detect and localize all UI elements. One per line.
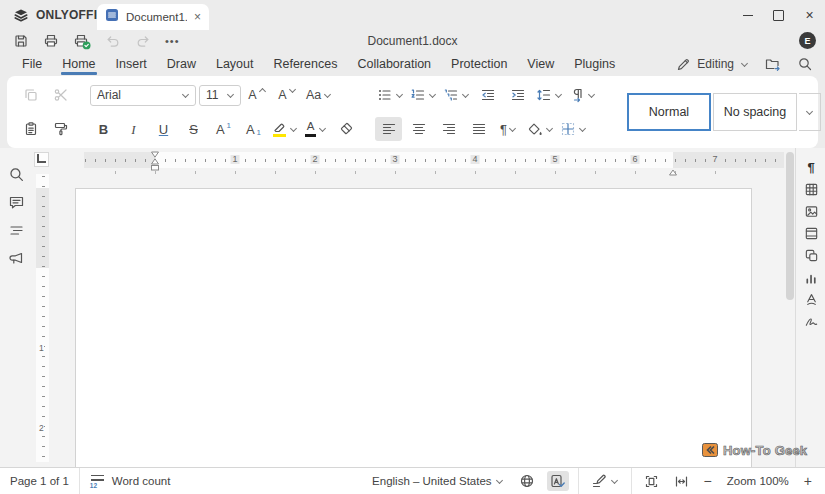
decrease-font-button[interactable]: A: [274, 83, 301, 107]
text-art-settings-button[interactable]: [802, 292, 820, 307]
font-color-button[interactable]: A: [302, 117, 329, 141]
line-spacing-button[interactable]: [534, 83, 564, 107]
copy-button[interactable]: [17, 83, 44, 107]
line-spacing-icon: [536, 87, 552, 103]
paragraph-direction-button[interactable]: [567, 83, 597, 107]
multilevel-list-button[interactable]: [441, 83, 471, 107]
tab-references[interactable]: References: [263, 52, 347, 76]
paste-button[interactable]: [17, 117, 44, 141]
bold-button[interactable]: B: [90, 117, 117, 141]
maximize-button[interactable]: [763, 0, 794, 30]
tab-close-icon[interactable]: ×: [194, 11, 201, 23]
paragraph-settings-button[interactable]: ¶: [802, 160, 820, 175]
increase-font-button[interactable]: A: [244, 83, 271, 107]
zoom-value[interactable]: Zoom 100%: [724, 471, 792, 491]
italic-button[interactable]: I: [120, 117, 147, 141]
track-changes-button[interactable]: [588, 471, 622, 491]
tab-stop-selector[interactable]: [34, 152, 49, 167]
tab-home[interactable]: Home: [52, 52, 105, 76]
font-size-select[interactable]: 11: [199, 85, 241, 106]
search-button[interactable]: [797, 56, 813, 72]
comments-panel-button[interactable]: [6, 192, 26, 212]
undo-button[interactable]: [105, 33, 121, 49]
borders-button[interactable]: [558, 117, 588, 141]
set-document-language-button[interactable]: [516, 471, 538, 491]
open-file-location-button[interactable]: [764, 56, 781, 72]
pilcrow-icon: ¶: [500, 123, 507, 136]
headings-panel-button[interactable]: [6, 220, 26, 240]
scrollbar-thumb[interactable]: [786, 152, 794, 300]
tab-draw[interactable]: Draw: [157, 52, 206, 76]
align-right-button[interactable]: [435, 117, 462, 141]
spell-check-button[interactable]: [547, 471, 569, 491]
print-button[interactable]: [43, 33, 59, 49]
decrease-indent-button[interactable]: [474, 83, 501, 107]
status-bar: Page 1 of 1 12 Word count English – Unit…: [0, 467, 825, 494]
tab-protection[interactable]: Protection: [441, 52, 517, 76]
right-indent-marker[interactable]: [669, 162, 678, 180]
highlight-color-button[interactable]: [270, 117, 299, 141]
chart-settings-button[interactable]: [802, 270, 820, 285]
cut-button[interactable]: [47, 83, 74, 107]
align-left-button[interactable]: [375, 117, 402, 141]
tab-view[interactable]: View: [517, 52, 564, 76]
bullets-button[interactable]: [375, 83, 405, 107]
fit-to-page-button[interactable]: [641, 471, 662, 491]
font-name-select[interactable]: Arial: [90, 85, 196, 106]
signature-settings-button[interactable]: [802, 314, 820, 329]
save-button[interactable]: [13, 33, 29, 49]
header-footer-settings-button[interactable]: [802, 226, 820, 241]
quick-print-button[interactable]: [73, 33, 91, 50]
ruler-subticks: [115, 171, 755, 174]
image-settings-button[interactable]: [802, 204, 820, 219]
language-select[interactable]: English – United States: [369, 471, 507, 491]
align-center-button[interactable]: [405, 117, 432, 141]
shading-button[interactable]: [525, 117, 555, 141]
styles-expand-button[interactable]: [799, 93, 821, 131]
tab-collaboration[interactable]: Collaboration: [347, 52, 441, 76]
find-panel-button[interactable]: [6, 164, 26, 184]
underline-button[interactable]: U: [150, 117, 177, 141]
strikethrough-button[interactable]: S: [180, 117, 207, 141]
page-indicator[interactable]: Page 1 of 1: [0, 468, 79, 494]
vertical-scrollbar[interactable]: [786, 152, 794, 458]
tab-plugins[interactable]: Plugins: [564, 52, 625, 76]
tab-layout[interactable]: Layout: [206, 52, 264, 76]
justify-icon: [471, 121, 487, 137]
avatar[interactable]: E: [799, 32, 816, 49]
minimize-button[interactable]: [732, 0, 763, 30]
increase-indent-icon: [510, 87, 526, 103]
zoom-in-button[interactable]: +: [801, 471, 815, 491]
numbering-button[interactable]: [408, 83, 438, 107]
zoom-out-button[interactable]: −: [701, 471, 715, 491]
shape-settings-button[interactable]: [802, 248, 820, 263]
nonprinting-characters-button[interactable]: ¶: [495, 117, 522, 141]
plus-icon: +: [804, 474, 812, 488]
table-settings-button[interactable]: [802, 182, 820, 197]
redo-button[interactable]: [135, 33, 151, 49]
indent-marker[interactable]: [151, 151, 160, 175]
fit-to-width-button[interactable]: [671, 471, 692, 491]
feedback-button[interactable]: [6, 248, 26, 268]
justify-button[interactable]: [465, 117, 492, 141]
superscript-button[interactable]: A1: [210, 117, 237, 141]
document-tab[interactable]: Document1.d... ×: [97, 4, 209, 30]
customize-toolbar-button[interactable]: •••: [165, 35, 180, 47]
close-button[interactable]: ×: [794, 0, 825, 30]
style-no-spacing[interactable]: No spacing: [713, 93, 797, 131]
subscript-button[interactable]: A1: [240, 117, 267, 141]
tab-file[interactable]: File: [12, 52, 52, 76]
change-case-button[interactable]: Aa: [304, 83, 333, 107]
horizontal-ruler[interactable]: 1 2 3 4 5 6 7: [84, 152, 784, 168]
style-normal[interactable]: Normal: [627, 93, 711, 131]
copy-style-button[interactable]: [47, 117, 74, 141]
vertical-ruler[interactable]: 1 2: [36, 174, 49, 462]
tab-insert[interactable]: Insert: [106, 52, 157, 76]
word-count-button[interactable]: 12 Word count: [80, 468, 181, 494]
minimize-icon: [743, 15, 753, 16]
print-icon: [43, 33, 59, 49]
increase-indent-button[interactable]: [504, 83, 531, 107]
document-page[interactable]: [75, 188, 752, 467]
editing-mode-button[interactable]: Editing: [676, 57, 748, 72]
clear-style-button[interactable]: [332, 117, 359, 141]
